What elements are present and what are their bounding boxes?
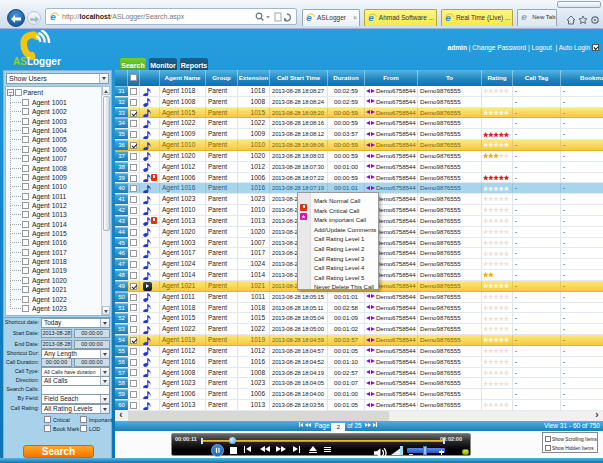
svg-text:e: e: [521, 12, 527, 21]
